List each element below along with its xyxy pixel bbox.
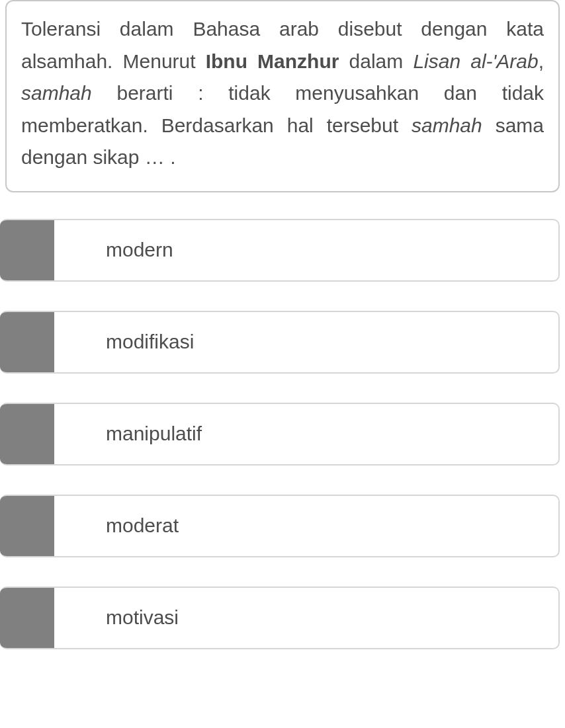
option-item-1[interactable]: modifikasi: [0, 311, 560, 374]
question-text: Toleransi dalam Bahasa arab disebut deng…: [21, 13, 544, 174]
option-label: modifikasi: [54, 312, 558, 372]
option-label: modern: [54, 220, 558, 280]
option-marker: [0, 404, 54, 464]
option-marker: [0, 312, 54, 372]
option-item-2[interactable]: manipulatif: [0, 403, 560, 465]
question-card: Toleransi dalam Bahasa arab disebut deng…: [5, 0, 560, 192]
option-marker: [0, 588, 54, 648]
option-label: manipulatif: [54, 404, 558, 464]
options-container: modern modifikasi manipulatif moderat mo…: [0, 219, 565, 649]
option-item-3[interactable]: moderat: [0, 495, 560, 557]
option-label: motivasi: [54, 588, 558, 648]
option-item-0[interactable]: modern: [0, 219, 560, 282]
option-marker: [0, 496, 54, 556]
option-item-4[interactable]: motivasi: [0, 586, 560, 649]
option-label: moderat: [54, 496, 558, 556]
option-marker: [0, 220, 54, 280]
